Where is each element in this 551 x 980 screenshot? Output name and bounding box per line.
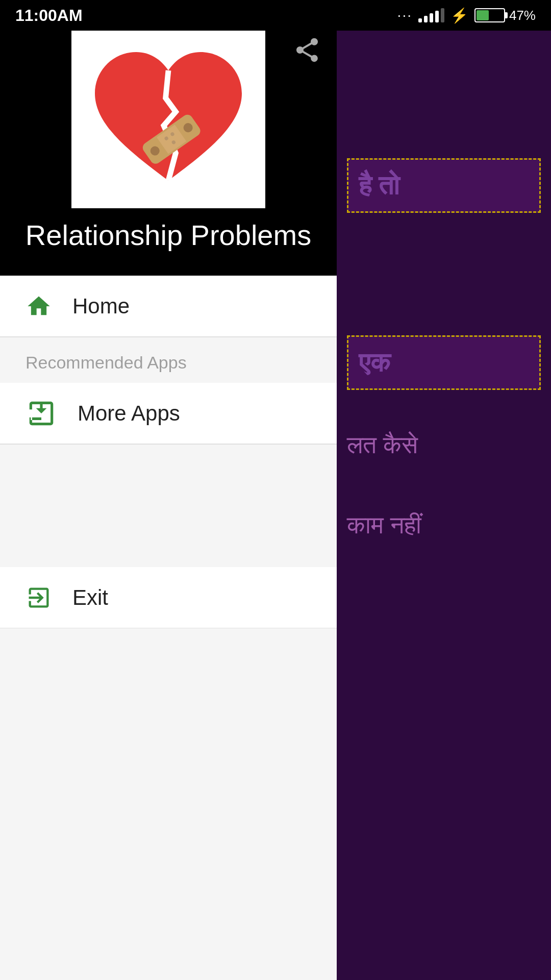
charging-icon: ⚡ xyxy=(450,7,468,24)
panel-spacer-top xyxy=(337,31,551,153)
hindi-card-text-2: एक xyxy=(359,348,390,377)
battery-container: 47% xyxy=(474,8,536,23)
signal-bars xyxy=(418,8,444,22)
battery-fill xyxy=(477,10,489,20)
home-label: Home xyxy=(72,294,130,318)
home-icon xyxy=(26,293,52,320)
share-button[interactable] xyxy=(293,36,321,66)
status-icons: ··· ⚡ 47% xyxy=(397,7,536,24)
panel-spacer-2 xyxy=(337,395,551,415)
side-drawer: Relationship Problems Home Recommended A… xyxy=(0,0,337,980)
exit-icon xyxy=(26,584,52,611)
app-logo xyxy=(71,24,265,208)
background-panel: है तो एक लत कैसे काम नहीं xyxy=(337,0,551,980)
drawer-header: Relationship Problems xyxy=(0,0,337,276)
nav-item-exit[interactable]: Exit xyxy=(0,567,337,628)
download-icon xyxy=(26,398,57,429)
more-apps-label: More Apps xyxy=(78,401,180,426)
exit-label: Exit xyxy=(72,585,108,610)
nav-spacer xyxy=(0,445,337,465)
status-dots: ··· xyxy=(397,7,412,23)
nav-section: Home Recommended Apps More Apps Exit xyxy=(0,276,337,980)
hindi-card-text-1: है तो xyxy=(359,170,399,200)
hindi-card-1: है तो xyxy=(347,158,541,213)
panel-spacer-3 xyxy=(337,475,551,496)
battery xyxy=(474,8,505,22)
nav-item-more-apps[interactable]: More Apps xyxy=(0,383,337,444)
nav-item-home[interactable]: Home xyxy=(0,276,337,337)
app-title: Relationship Problems xyxy=(26,218,311,252)
battery-percent: 47% xyxy=(509,8,536,23)
hindi-plain-2: काम नहीं xyxy=(337,496,551,555)
panel-spacer-mid xyxy=(337,218,551,330)
nav-spacer-large xyxy=(0,465,337,567)
status-time: 11:00AM xyxy=(15,6,83,25)
status-bar: 11:00AM ··· ⚡ 47% xyxy=(0,0,551,31)
hindi-plain-1: लत कैसे xyxy=(337,415,551,475)
section-label-recommended: Recommended Apps xyxy=(0,337,337,383)
hindi-card-2: एक xyxy=(347,335,541,390)
